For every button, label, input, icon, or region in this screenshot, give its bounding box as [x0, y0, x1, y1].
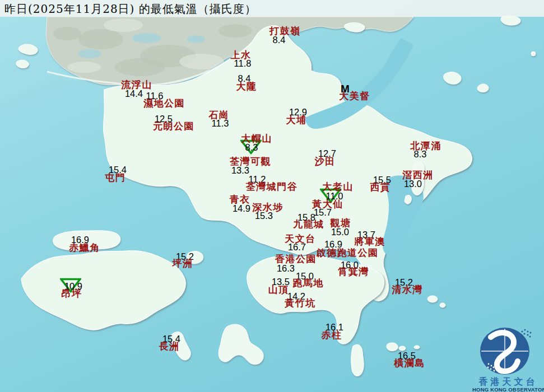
station-name-hong-kong-park: 香港公園	[275, 254, 317, 264]
station-name-tai-lung: 大隴	[236, 82, 257, 91]
station-value-tai-mo-shan: 8.3	[245, 143, 258, 152]
station-name-tates-cairn: 大老山	[322, 182, 354, 192]
station-name-tai-po: 大埔	[286, 115, 307, 125]
station-name-sai-kung: 西貢	[370, 183, 391, 192]
station-name-wetland-park: 濕地公園	[143, 99, 185, 108]
station-name-sham-shui-po: 深水埗	[252, 203, 283, 212]
station-name-kwun-tong: 觀塘	[331, 218, 351, 228]
station-name-hk-observatory: 天文台	[285, 234, 316, 244]
hko-logo-chinese-name: 香港天文台	[472, 377, 544, 386]
station-name-tuen-mun: 屯門	[105, 173, 126, 183]
station-value-kwun-tong: 15.0	[331, 227, 349, 237]
station-name-peng-chau: 坪洲	[173, 259, 193, 268]
stations-layer: 8.4打鼓嶺11.8上水8.4大隴14.4流浮山11.6濕地公園M大美督12.5…	[0, 0, 544, 392]
station-name-kowloon-city: 九龍城	[293, 220, 324, 229]
station-value-kau-sai-chau: 13.0	[404, 179, 422, 189]
station-name-pak-tam-chung: 北潭涌	[410, 141, 441, 151]
station-name-happy-valley: 跑馬地	[292, 278, 324, 288]
station-name-ta-kwu-ling: 打鼓嶺	[269, 26, 301, 36]
station-name-ngong-ping: 昂坪	[62, 289, 82, 298]
station-name-kau-sai-chau: 滘西洲	[402, 170, 434, 180]
station-name-kai-tak-runway-park: 啟德跑道公園	[317, 248, 379, 258]
station-name-wong-chuk-hang: 黃竹坑	[285, 298, 316, 308]
station-name-wong-tai-sin: 黃大仙	[312, 199, 343, 209]
station-name-the-peak: 山頂	[268, 285, 289, 295]
hko-logo-english-name: HONG KONG OBSERVATORY	[472, 386, 544, 392]
station-value-ta-kwu-ling: 8.4	[273, 35, 286, 45]
station-name-tseung-kwan-o: 將軍澳	[354, 237, 385, 246]
station-value-tsing-yi: 14.9	[233, 204, 250, 213]
hko-logo: 香港天文台 HONG KONG OBSERVATORY	[472, 320, 544, 392]
station-name-tsing-yi: 青衣	[230, 195, 250, 204]
station-name-stanley: 赤柱	[322, 330, 342, 340]
station-name-tsuen-wan-shing-mun-valley: 荃灣城門谷	[246, 182, 298, 192]
station-name-sha-tin: 沙田	[315, 157, 336, 166]
station-name-shek-kong: 石崗	[209, 110, 230, 120]
station-name-yuen-long-park: 元朗公園	[153, 122, 194, 131]
station-name-chek-lap-kok: 赤鱲角	[69, 243, 100, 253]
station-value-lau-fau-shan: 14.4	[125, 89, 143, 99]
station-name-waglan-island: 橫瀾島	[394, 358, 425, 368]
station-name-tsuen-wan-ho-koon: 荃灣可觀	[230, 157, 271, 166]
station-name-lau-fau-shan: 流浮山	[121, 80, 152, 90]
station-name-cheung-chau: 長洲	[159, 342, 180, 351]
hko-min-temperature-map: { "title": "昨日(2025年11月28日) 的最低氣溫（攝氏度）",…	[0, 0, 544, 392]
station-name-sheung-shui: 上水	[231, 50, 252, 60]
station-name-clear-water-bay: 清水灣	[392, 285, 423, 295]
station-value-hong-kong-park: 16.3	[277, 264, 295, 273]
map-title: 昨日(2025年11月28日) 的最低氣溫（攝氏度）	[4, 2, 257, 17]
station-name-shau-kei-wan: 筲箕灣	[338, 267, 369, 277]
station-value-tsuen-wan-ho-koon: 13.3	[231, 166, 249, 175]
station-name-tai-mei-tuk: 大美督	[339, 91, 370, 101]
station-name-tai-mo-shan: 大帽山	[241, 134, 272, 143]
